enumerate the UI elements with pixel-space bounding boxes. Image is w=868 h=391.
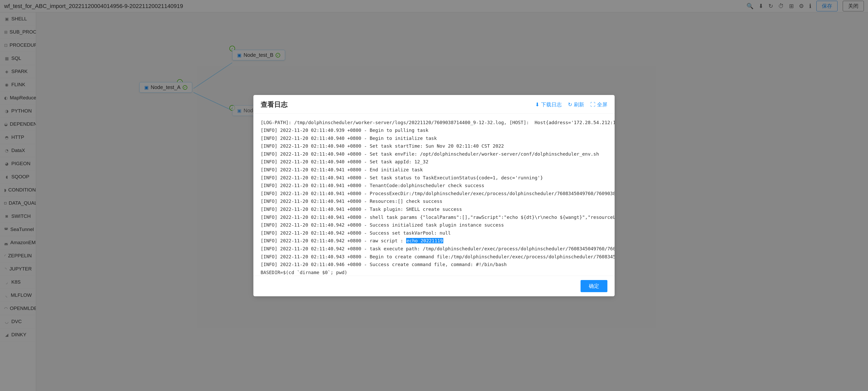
log-line: [INFO] 2022-11-20 02:11:40.941 +0800 - s… xyxy=(260,213,608,221)
log-line: [INFO] 2022-11-20 02:11:40.941 +0800 - T… xyxy=(260,182,608,190)
refresh-log-button[interactable]: ↻ 刷新 xyxy=(568,101,584,108)
download-log-icon: ⬇ xyxy=(535,101,539,108)
refresh-log-label: 刷新 xyxy=(574,101,584,108)
log-line: [INFO] 2022-11-20 02:11:40.942 +0800 - S… xyxy=(260,229,608,237)
log-modal: 查看日志 ⬇ 下载日志 ↻ 刷新 ⛶ 全屏 [LOG-PATH]: /tmp/d… xyxy=(253,95,615,296)
modal-header-actions: ⬇ 下载日志 ↻ 刷新 ⛶ 全屏 xyxy=(535,101,608,108)
log-line: [INFO] 2022-11-20 02:11:40.941 +0800 - P… xyxy=(260,190,608,198)
modal-footer: 确定 xyxy=(253,276,615,296)
download-log-label: 下载日志 xyxy=(541,101,562,108)
log-line: [INFO] 2022-11-20 02:11:40.940 +0800 - B… xyxy=(260,134,608,143)
modal-log-body[interactable]: [LOG-PATH]: /tmp/dolphinscheduler/worker… xyxy=(253,114,615,276)
download-log-button[interactable]: ⬇ 下载日志 xyxy=(535,101,562,108)
log-line: [INFO] 2022-11-20 02:11:40.942 +0800 - t… xyxy=(260,245,608,253)
log-line: [INFO] 2022-11-20 02:11:40.942 +0800 - S… xyxy=(260,221,608,229)
fullscreen-log-label: 全屏 xyxy=(597,101,608,108)
modal-header: 查看日志 ⬇ 下载日志 ↻ 刷新 ⛶ 全屏 xyxy=(253,95,615,114)
log-line: [INFO] 2022-11-20 02:11:40.941 +0800 - E… xyxy=(260,166,608,174)
fullscreen-log-button[interactable]: ⛶ 全屏 xyxy=(590,101,608,108)
log-line: [INFO] 2022-11-20 02:11:40.939 +0800 - B… xyxy=(260,126,608,134)
log-line: [INFO] 2022-11-20 02:11:40.940 +0800 - S… xyxy=(260,142,608,150)
log-line: [INFO] 2022-11-20 02:11:40.940 +0800 - S… xyxy=(260,150,608,158)
log-line: [INFO] 2022-11-20 02:11:40.940 +0800 - S… xyxy=(260,158,608,166)
log-line: [INFO] 2022-11-20 02:11:40.946 +0800 - S… xyxy=(260,261,608,269)
log-line: [LOG-PATH]: /tmp/dolphinscheduler/worker… xyxy=(260,119,608,127)
fullscreen-log-icon: ⛶ xyxy=(590,102,595,108)
modal-overlay: 查看日志 ⬇ 下载日志 ↻ 刷新 ⛶ 全屏 [LOG-PATH]: /tmp/d… xyxy=(0,0,868,391)
log-line: [INFO] 2022-11-20 02:11:40.942 +0800 - r… xyxy=(260,237,608,245)
ok-button[interactable]: 确定 xyxy=(581,280,608,292)
highlighted-text: echo 20221119 xyxy=(406,238,443,243)
log-line: [INFO] 2022-11-20 02:11:40.941 +0800 - T… xyxy=(260,205,608,213)
log-line: [INFO] 2022-11-20 02:11:40.941 +0800 - R… xyxy=(260,198,608,205)
log-line: [INFO] 2022-11-20 02:11:40.943 +0800 - B… xyxy=(260,253,608,261)
modal-title: 查看日志 xyxy=(260,100,287,109)
refresh-log-icon: ↻ xyxy=(568,101,572,108)
log-line: BASEDIR=$(cd `dirname $0`; pwd) xyxy=(260,269,608,276)
log-line: [INFO] 2022-11-20 02:11:40.941 +0800 - S… xyxy=(260,174,608,182)
